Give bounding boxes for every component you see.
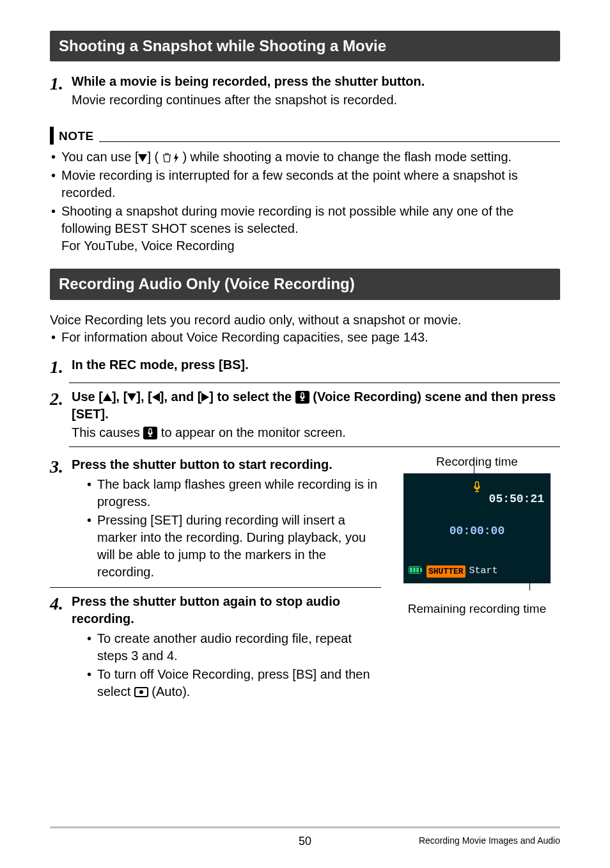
text-frag: ], [ — [112, 390, 127, 404]
step-sub-bullets: To create another audio recording file, … — [72, 630, 381, 700]
down-arrow-icon — [127, 393, 136, 401]
note-text: You can use [ — [61, 150, 138, 164]
step-number: 2. — [50, 388, 72, 441]
step-sub-bullets: The back lamp flashes green while record… — [72, 476, 381, 581]
voice-intro: Voice Recording lets you record audio on… — [50, 312, 560, 329]
text-frag: This causes — [72, 425, 143, 439]
lcd-mic-icon — [473, 481, 481, 498]
mic-icon — [143, 427, 157, 439]
up-arrow-icon — [103, 393, 112, 401]
separator — [69, 383, 560, 383]
step-number: 1. — [50, 73, 72, 109]
sub-bullet: Pressing [SET] during recording will ins… — [87, 512, 381, 581]
step-title: Press the shutter button again to stop a… — [72, 593, 381, 627]
page-number: 50 — [299, 833, 311, 849]
lcd-shutter-label: SHUTTER — [426, 565, 465, 578]
svg-rect-2 — [410, 567, 412, 572]
step-title: Use [], [], [], and [] to select the (Vo… — [72, 388, 560, 423]
text-frag: ] to select the — [209, 390, 295, 404]
lcd-remaining-time: 05:50:21 — [489, 491, 544, 507]
lcd-figure: Recording time 05:50:21 00:00:00 SHUTTER… — [394, 452, 560, 617]
step-title: While a movie is being recorded, press t… — [72, 73, 560, 90]
step-title: In the REC mode, press [BS]. — [72, 356, 560, 374]
mic-icon — [295, 391, 309, 404]
text-frag: ], and [ — [160, 390, 202, 404]
step-number: 1. — [50, 356, 72, 377]
voice-step-2: 2. Use [], [], [], and [] to select the … — [50, 388, 560, 441]
svg-rect-3 — [413, 567, 416, 572]
separator — [50, 587, 381, 588]
left-arrow-icon — [152, 393, 160, 402]
auto-mode-icon — [134, 687, 148, 697]
step-number: 3. — [50, 456, 72, 582]
note-text: ] ( — [147, 150, 159, 164]
sub-bullet: To create another audio recording file, … — [87, 630, 381, 665]
sub-bullet: To turn off Voice Recording, press [BS] … — [87, 666, 381, 700]
step-number: 4. — [50, 593, 72, 702]
note-text: For YouTube, Voice Recording — [61, 237, 560, 255]
svg-rect-4 — [416, 567, 419, 572]
down-arrow-icon — [138, 154, 147, 162]
note-text: Shooting a snapshot during movie recordi… — [61, 204, 513, 235]
voice-step-1: 1. In the REC mode, press [BS]. — [50, 356, 560, 377]
lcd-screen: 05:50:21 00:00:00 SHUTTER Start — [403, 473, 551, 583]
voice-step-4: 4. Press the shutter button again to sto… — [50, 593, 381, 702]
page-footer: 50 Recording Movie Images and Audio — [50, 826, 560, 849]
svg-rect-1 — [421, 568, 422, 572]
separator — [69, 446, 560, 447]
note-header: NOTE — [50, 127, 560, 145]
text-frag: to appear on the monitor screen. — [157, 425, 346, 439]
battery-icon — [409, 565, 423, 579]
text-frag: (Auto). — [148, 684, 191, 698]
text-frag: ], [ — [136, 390, 152, 404]
text-frag: Use [ — [72, 390, 103, 404]
step-1-snapshot: 1. While a movie is being recorded, pres… — [50, 73, 560, 109]
step-subtext: This causes to appear on the monitor scr… — [72, 424, 560, 441]
voice-intro-item: For information about Voice Recording ca… — [50, 329, 560, 346]
section-header-voice: Recording Audio Only (Voice Recording) — [50, 269, 560, 299]
trash-flash-icon — [162, 153, 179, 163]
note-bullets: You can use [] ( ) while shooting a movi… — [50, 148, 560, 255]
chapter-title: Recording Movie Images and Audio — [419, 835, 560, 847]
note-item: Shooting a snapshot during movie recordi… — [50, 203, 560, 255]
section-header-snapshot: Shooting a Snapshot while Shooting a Mov… — [50, 31, 560, 61]
note-rule — [99, 141, 560, 142]
voice-intro-bullets: For information about Voice Recording ca… — [50, 329, 560, 346]
note-text: ) while shooting a movie to change the f… — [182, 150, 512, 164]
lcd-start-label: Start — [469, 565, 498, 578]
step-title: Press the shutter button to start record… — [72, 456, 381, 473]
note-label: NOTE — [59, 128, 94, 145]
step-subtext: Movie recording continues after the snap… — [72, 91, 560, 109]
right-arrow-icon — [201, 393, 209, 402]
note-bar-icon — [50, 127, 54, 145]
lcd-elapsed-time: 00:00:00 — [450, 523, 504, 539]
caption-recording-time: Recording time — [394, 454, 560, 470]
caption-remaining-time: Remaining recording time — [394, 601, 560, 617]
voice-step-3: 3. Press the shutter button to start rec… — [50, 456, 381, 582]
pointer-line — [529, 578, 530, 595]
sub-bullet: The back lamp flashes green while record… — [87, 476, 381, 510]
note-item: You can use [] ( ) while shooting a movi… — [50, 148, 560, 166]
note-item: Movie recording is interrupted for a few… — [50, 167, 560, 201]
